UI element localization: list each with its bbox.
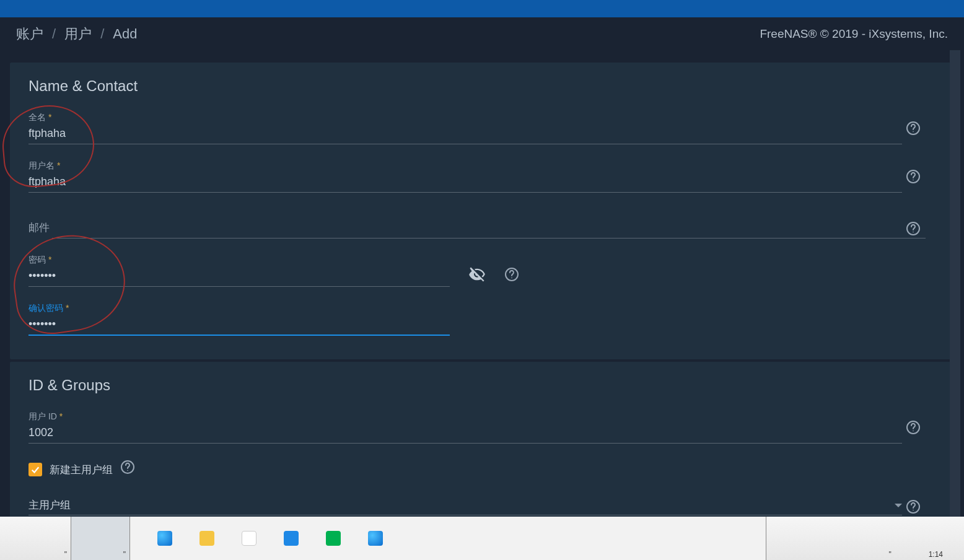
help-icon[interactable] (906, 420, 921, 435)
help-icon[interactable] (906, 121, 921, 136)
visibility-off-icon[interactable] (468, 266, 486, 283)
taskbar-app-icon[interactable] (326, 531, 341, 546)
section-title-name-contact: Name & Contact (28, 77, 936, 95)
username-label: 用户名 * (28, 160, 936, 172)
taskbar-app-icon[interactable] (242, 531, 256, 546)
help-icon[interactable] (906, 499, 921, 514)
taskbar-segment: " (0, 517, 71, 560)
taskbar-app-icon[interactable] (284, 531, 299, 546)
password-row: 密码 * (28, 255, 936, 287)
taskbar-app-icon[interactable] (368, 531, 383, 546)
breadcrumb-bar: 账户 / 用户 / Add FreeNAS® © 2019 - iXsystem… (0, 17, 964, 50)
username-input[interactable] (28, 173, 902, 193)
new-primary-group-row: 新建主用户组 (28, 460, 936, 479)
taskbar-app-icon[interactable] (199, 531, 214, 546)
help-icon[interactable] (120, 460, 135, 475)
name-contact-card: Name & Contact 全名 * 用户名 * 邮件 (10, 63, 954, 359)
svg-point-13 (913, 510, 914, 511)
username-field-group: 用户名 * (28, 160, 936, 193)
userid-input[interactable] (28, 424, 902, 444)
confirm-password-input[interactable] (28, 315, 450, 336)
svg-point-1 (913, 131, 914, 133)
svg-point-3 (913, 180, 914, 181)
breadcrumb-level-3: Add (113, 26, 137, 42)
password-input[interactable] (28, 267, 450, 287)
breadcrumb-level-1[interactable]: 账户 (16, 25, 43, 43)
help-icon[interactable] (504, 267, 519, 282)
svg-point-11 (127, 470, 128, 471)
new-primary-group-checkbox[interactable] (28, 463, 42, 476)
top-app-bar (0, 0, 964, 17)
new-primary-group-label: 新建主用户组 (50, 463, 113, 477)
breadcrumb: 账户 / 用户 / Add (16, 25, 137, 43)
fullname-label: 全名 * (28, 112, 936, 123)
password-label: 密码 * (28, 255, 450, 266)
help-icon[interactable] (906, 169, 921, 184)
scrollbar[interactable] (950, 50, 960, 517)
fullname-input[interactable] (28, 125, 902, 144)
email-field-group: 邮件 (28, 219, 936, 238)
taskbar-segment: " (71, 517, 130, 560)
confirm-password-label: 确认密码 * (28, 303, 450, 314)
os-taskbar: " " " 1:14 (0, 517, 964, 560)
id-groups-card: ID & Groups 用户 ID * 新建主用户组 主用户组 (10, 362, 954, 517)
primary-group-field-group: 主用户组 (28, 498, 936, 515)
taskbar-icons (130, 517, 766, 560)
password-field-group: 密码 * (28, 255, 450, 287)
section-title-id-groups: ID & Groups (28, 377, 936, 394)
breadcrumb-separator: / (100, 26, 104, 42)
taskbar-app-icon[interactable] (157, 531, 172, 546)
taskbar-system-tray[interactable]: " 1:14 (766, 517, 964, 560)
userid-field-group: 用户 ID * (28, 411, 936, 444)
svg-point-7 (511, 278, 512, 279)
fullname-field-group: 全名 * (28, 112, 936, 144)
email-label: 邮件 (28, 221, 50, 235)
primary-group-label: 主用户组 (28, 498, 71, 512)
copyright-text: FreeNAS® © 2019 - iXsystems, Inc. (760, 27, 948, 41)
breadcrumb-separator: / (52, 26, 56, 42)
confirm-password-field-group: 确认密码 * (28, 303, 450, 336)
email-input[interactable] (52, 219, 926, 238)
taskbar-clock: 1:14 (929, 550, 943, 559)
svg-point-9 (913, 431, 914, 432)
svg-point-5 (913, 232, 914, 233)
userid-label: 用户 ID * (28, 411, 936, 422)
content-area: Name & Contact 全名 * 用户名 * 邮件 (0, 50, 964, 517)
primary-group-select[interactable]: 主用户组 (28, 498, 902, 515)
chevron-down-icon (895, 504, 902, 507)
breadcrumb-level-2[interactable]: 用户 (64, 25, 92, 43)
help-icon[interactable] (906, 221, 921, 236)
